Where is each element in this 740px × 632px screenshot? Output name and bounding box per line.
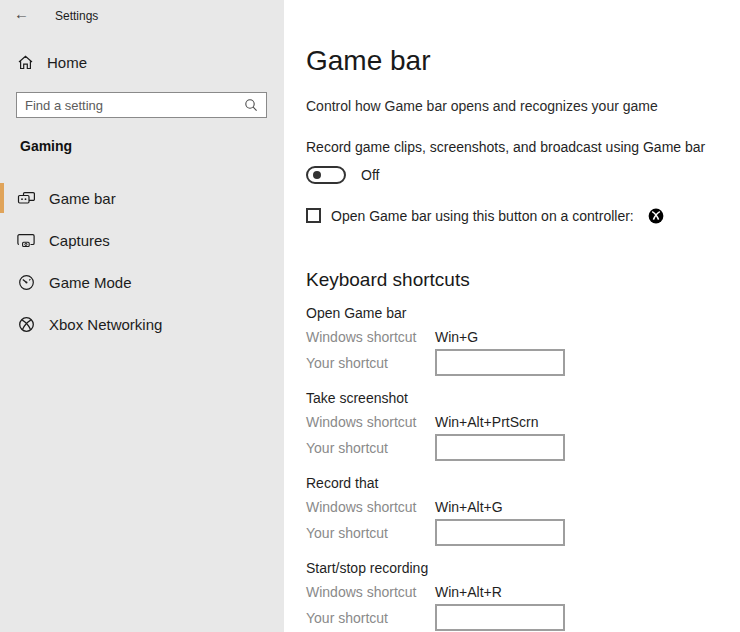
keyboard-shortcuts-heading: Keyboard shortcuts: [306, 268, 740, 291]
sidebar-item-label: Game bar: [49, 190, 116, 207]
sidebar-item-label: Captures: [49, 232, 110, 249]
sidebar-item-label: Game Mode: [49, 274, 132, 291]
windows-shortcut-label: Windows shortcut: [306, 329, 435, 345]
shortcut-group-title: Take screenshot: [306, 390, 740, 407]
windows-shortcut-row: Windows shortcut Win+Alt+R: [306, 583, 740, 600]
windows-shortcut-label: Windows shortcut: [306, 414, 435, 430]
shortcut-group-title: Open Game bar: [306, 305, 740, 322]
your-shortcut-label: Your shortcut: [306, 440, 435, 456]
search-box[interactable]: [16, 92, 267, 118]
sidebar: ← Settings Home Gaming Game bar: [0, 0, 284, 632]
your-shortcut-label: Your shortcut: [306, 355, 435, 371]
controller-checkbox-label: Open Game bar using this button on a con…: [331, 208, 634, 224]
your-shortcut-input[interactable]: [435, 519, 565, 546]
controller-checkbox-row: Open Game bar using this button on a con…: [306, 206, 740, 225]
record-toggle-row: Off: [306, 164, 740, 186]
search-icon: [244, 98, 258, 112]
your-shortcut-row: Your shortcut: [306, 434, 740, 461]
sidebar-item-xbox-networking[interactable]: Xbox Networking: [0, 303, 284, 345]
shortcut-group-title: Record that: [306, 475, 740, 492]
windows-shortcut-value: Win+G: [435, 329, 478, 345]
windows-shortcut-label: Windows shortcut: [306, 499, 435, 515]
shortcut-group-take-screenshot: Take screenshot Windows shortcut Win+Alt…: [306, 390, 740, 461]
xbox-logo-icon: [17, 316, 36, 333]
sidebar-item-game-mode[interactable]: Game Mode: [0, 261, 284, 303]
windows-shortcut-label: Windows shortcut: [306, 584, 435, 600]
windows-shortcut-value: Win+Alt+R: [435, 584, 502, 600]
game-bar-icon: [17, 190, 36, 207]
sidebar-item-game-bar[interactable]: Game bar: [0, 177, 284, 219]
xbox-guide-button-icon: [648, 208, 664, 224]
main-content: Game bar Control how Game bar opens and …: [284, 0, 740, 632]
sidebar-item-home[interactable]: Home: [17, 54, 87, 71]
windows-shortcut-row: Windows shortcut Win+G: [306, 328, 740, 345]
shortcut-group-open-game-bar: Open Game bar Windows shortcut Win+G You…: [306, 305, 740, 376]
windows-shortcut-value: Win+Alt+G: [435, 499, 503, 515]
back-button[interactable]: ←: [14, 5, 29, 22]
record-toggle-state: Off: [361, 167, 379, 183]
page-subtitle: Control how Game bar opens and recognize…: [306, 98, 740, 115]
your-shortcut-input[interactable]: [435, 434, 565, 461]
captures-icon: [17, 232, 36, 249]
your-shortcut-row: Your shortcut: [306, 604, 740, 631]
shortcut-group-title: Start/stop recording: [306, 560, 740, 577]
sidebar-nav: Game bar Captures Game Mode Xbox Network…: [0, 177, 284, 345]
your-shortcut-label: Your shortcut: [306, 525, 435, 541]
toggle-knob: [313, 171, 321, 179]
your-shortcut-input[interactable]: [435, 349, 565, 376]
sidebar-home-label: Home: [47, 54, 87, 71]
shortcut-group-start-stop-recording: Start/stop recording Windows shortcut Wi…: [306, 560, 740, 631]
page-title: Game bar: [306, 44, 740, 78]
your-shortcut-input[interactable]: [435, 604, 565, 631]
settings-window: ← Settings Home Gaming Game bar: [0, 0, 740, 632]
windows-shortcut-row: Windows shortcut Win+Alt+G: [306, 498, 740, 515]
windows-shortcut-value: Win+Alt+PrtScrn: [435, 414, 538, 430]
app-title: Settings: [55, 9, 98, 23]
sidebar-item-label: Xbox Networking: [49, 316, 162, 333]
controller-checkbox[interactable]: [306, 208, 321, 223]
search-input[interactable]: [17, 98, 244, 113]
record-toggle-label: Record game clips, screenshots, and broa…: [306, 139, 740, 156]
your-shortcut-row: Your shortcut: [306, 349, 740, 376]
your-shortcut-label: Your shortcut: [306, 610, 435, 626]
your-shortcut-row: Your shortcut: [306, 519, 740, 546]
home-icon: [17, 54, 34, 71]
record-toggle-switch[interactable]: [306, 166, 346, 184]
windows-shortcut-row: Windows shortcut Win+Alt+PrtScrn: [306, 413, 740, 430]
sidebar-item-captures[interactable]: Captures: [0, 219, 284, 261]
shortcut-group-record-that: Record that Windows shortcut Win+Alt+G Y…: [306, 475, 740, 546]
game-mode-icon: [17, 274, 36, 291]
sidebar-section-gaming: Gaming: [20, 138, 72, 154]
